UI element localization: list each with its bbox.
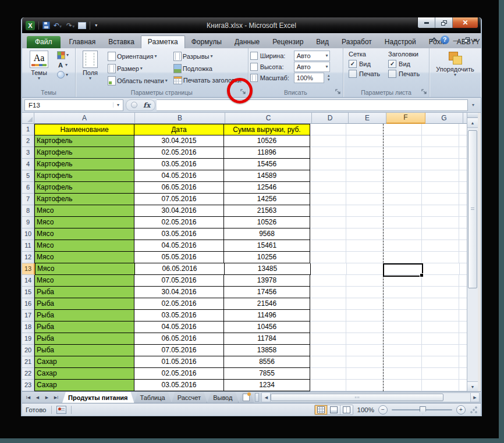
ribbon-tab-Вид[interactable]: Вид	[310, 36, 335, 48]
normal-view-button[interactable]	[315, 405, 328, 415]
excel-logo-icon[interactable]: X	[26, 21, 35, 30]
cell-B20[interactable]: 07.05.2016	[134, 345, 224, 356]
cell-D10[interactable]	[310, 228, 346, 240]
cell-A1[interactable]: Наименование	[34, 124, 134, 135]
row-header-22[interactable]: 22	[22, 368, 34, 380]
column-header-C[interactable]: C	[225, 113, 312, 124]
page-layout-view-button[interactable]	[328, 405, 340, 415]
cell-B1[interactable]: Дата	[134, 124, 224, 135]
macro-record-icon[interactable]	[56, 406, 66, 414]
cell-G23[interactable]	[422, 380, 459, 391]
close-button[interactable]: ✕	[453, 17, 478, 28]
cell-C17[interactable]: 11496	[224, 310, 310, 321]
formula-bar-grip[interactable]	[131, 102, 137, 108]
ribbon-tab-Формулы[interactable]: Формулы	[185, 36, 228, 48]
cell-B10[interactable]: 03.05.2016	[134, 228, 224, 240]
row-header-6[interactable]: 6	[22, 182, 34, 194]
cell-B13[interactable]: 06.05.2016	[135, 263, 225, 275]
cell-C9[interactable]: 10526	[224, 217, 310, 228]
ribbon-tab-Разработ[interactable]: Разработ	[335, 36, 378, 48]
cell-B4[interactable]: 03.05.2016	[134, 159, 224, 170]
margins-button[interactable]: Поля ▾	[77, 49, 103, 81]
cell-D7[interactable]	[310, 194, 346, 205]
cell-C4[interactable]: 15456	[224, 159, 310, 170]
scroll-down-icon[interactable]: ▼	[467, 381, 478, 391]
cell-E14[interactable]	[346, 275, 384, 287]
cell-A14[interactable]: Мясо	[34, 275, 134, 287]
cell-B7[interactable]: 07.05.2016	[134, 194, 224, 205]
cell-E16[interactable]	[346, 298, 384, 310]
cell-D12[interactable]	[310, 252, 346, 263]
row-header-10[interactable]: 10	[22, 228, 34, 240]
headings-view-checkbox[interactable]: ✓Вид	[388, 60, 420, 68]
column-header-B[interactable]: B	[135, 113, 225, 124]
fill-handle[interactable]	[420, 273, 424, 277]
row-header-3[interactable]: 3	[22, 147, 34, 159]
customize-qat-icon[interactable]: ▾	[94, 22, 98, 30]
cell-F4[interactable]	[384, 159, 422, 170]
ribbon-tab-Рецензир[interactable]: Рецензир	[266, 36, 310, 48]
cell-E3[interactable]	[346, 147, 384, 159]
cell-D14[interactable]	[310, 275, 346, 287]
cell-A9[interactable]: Мясо	[34, 217, 134, 228]
insert-sheet-button[interactable]	[239, 392, 254, 403]
row-header-13[interactable]: 13	[22, 263, 35, 275]
cell-G11[interactable]	[422, 240, 459, 252]
cell-G19[interactable]	[422, 333, 459, 345]
scrollbar-split-handle[interactable]	[467, 113, 478, 118]
orientation-button[interactable]: Ориентация▾	[107, 51, 169, 62]
cell-G12[interactable]	[422, 252, 459, 263]
cell-F22[interactable]	[384, 368, 422, 380]
scale-spinner[interactable]: 100% ▴▾	[294, 73, 324, 83]
cell-A17[interactable]: Рыба	[34, 310, 134, 321]
cell-C7[interactable]: 14256	[224, 194, 310, 205]
row-header-20[interactable]: 20	[22, 345, 34, 356]
breaks-button[interactable]: Разрывы▾	[172, 51, 243, 62]
cell-F16[interactable]	[384, 298, 422, 310]
cell-D21[interactable]	[310, 356, 346, 368]
resize-grip[interactable]	[470, 406, 477, 413]
cell-A12[interactable]: Мясо	[34, 252, 134, 263]
theme-fonts-button[interactable]: A▾	[56, 61, 70, 69]
last-sheet-icon[interactable]: ▶Ι	[52, 395, 61, 400]
save-icon[interactable]	[42, 22, 50, 29]
cell-F12[interactable]	[384, 252, 422, 263]
help-icon[interactable]: ?	[441, 35, 449, 44]
cell-D20[interactable]	[310, 345, 346, 356]
gridlines-view-checkbox[interactable]: ✓Вид	[349, 60, 380, 68]
cell-G15[interactable]	[422, 287, 459, 298]
cell-E9[interactable]	[346, 217, 384, 228]
scroll-right-icon[interactable]: ▶	[470, 392, 480, 402]
cell-D9[interactable]	[310, 217, 346, 228]
sheet-tab-Рассчет[interactable]: Рассчет	[172, 392, 208, 403]
ribbon-tab-Главная[interactable]: Главная	[63, 36, 102, 48]
cell-E17[interactable]	[346, 310, 384, 321]
row-header-16[interactable]: 16	[22, 298, 34, 310]
row-header-9[interactable]: 9	[22, 217, 34, 228]
row-header-2[interactable]: 2	[22, 135, 34, 147]
cell-G1[interactable]	[422, 124, 459, 135]
cell-C14[interactable]: 13978	[224, 275, 310, 287]
row-header-14[interactable]: 14	[22, 275, 34, 287]
cell-B3[interactable]: 02.05.2016	[134, 147, 224, 159]
cell-E15[interactable]	[346, 287, 384, 298]
name-box-dropdown-icon[interactable]: ▾	[113, 102, 123, 108]
cell-C8[interactable]: 21563	[224, 205, 310, 217]
row-header-23[interactable]: 23	[22, 380, 34, 391]
vertical-scroll-thumb[interactable]	[468, 130, 477, 288]
cell-C23[interactable]: 1234	[224, 380, 310, 391]
cell-B18[interactable]: 04.05.2016	[134, 321, 224, 333]
cell-B17[interactable]: 03.05.2016	[134, 310, 224, 321]
cell-A16[interactable]: Рыба	[34, 298, 134, 310]
undo-icon[interactable]: ↶▾	[52, 22, 63, 30]
insert-function-icon[interactable]: fx	[143, 101, 150, 109]
row-header-21[interactable]: 21	[22, 356, 34, 368]
name-box[interactable]: F13 ▾	[24, 99, 123, 111]
cell-B23[interactable]: 03.05.2016	[134, 380, 224, 391]
cell-F11[interactable]	[384, 240, 422, 252]
cell-B22[interactable]: 02.05.2016	[134, 368, 224, 380]
cell-A20[interactable]: Рыба	[34, 345, 134, 356]
height-select[interactable]: Авто▾	[294, 62, 330, 72]
cell-F5[interactable]	[384, 170, 422, 182]
cell-F19[interactable]	[384, 333, 422, 345]
